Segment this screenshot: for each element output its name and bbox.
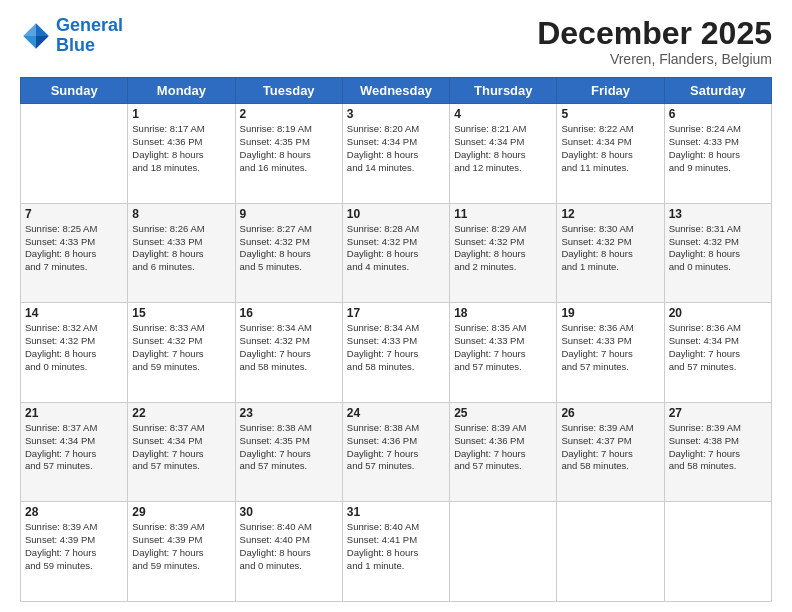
day-info: Sunrise: 8:27 AM Sunset: 4:32 PM Dayligh… bbox=[240, 223, 338, 274]
day-number: 27 bbox=[669, 406, 767, 420]
calendar-cell: 15Sunrise: 8:33 AM Sunset: 4:32 PM Dayli… bbox=[128, 303, 235, 403]
calendar-cell: 26Sunrise: 8:39 AM Sunset: 4:37 PM Dayli… bbox=[557, 402, 664, 502]
day-number: 10 bbox=[347, 207, 445, 221]
calendar-week-row: 14Sunrise: 8:32 AM Sunset: 4:32 PM Dayli… bbox=[21, 303, 772, 403]
day-info: Sunrise: 8:25 AM Sunset: 4:33 PM Dayligh… bbox=[25, 223, 123, 274]
day-number: 21 bbox=[25, 406, 123, 420]
day-info: Sunrise: 8:39 AM Sunset: 4:39 PM Dayligh… bbox=[25, 521, 123, 572]
day-info: Sunrise: 8:29 AM Sunset: 4:32 PM Dayligh… bbox=[454, 223, 552, 274]
weekday-header: Friday bbox=[557, 78, 664, 104]
day-info: Sunrise: 8:36 AM Sunset: 4:34 PM Dayligh… bbox=[669, 322, 767, 373]
day-info: Sunrise: 8:38 AM Sunset: 4:36 PM Dayligh… bbox=[347, 422, 445, 473]
day-info: Sunrise: 8:38 AM Sunset: 4:35 PM Dayligh… bbox=[240, 422, 338, 473]
day-info: Sunrise: 8:33 AM Sunset: 4:32 PM Dayligh… bbox=[132, 322, 230, 373]
day-number: 30 bbox=[240, 505, 338, 519]
calendar-week-row: 28Sunrise: 8:39 AM Sunset: 4:39 PM Dayli… bbox=[21, 502, 772, 602]
calendar-cell: 25Sunrise: 8:39 AM Sunset: 4:36 PM Dayli… bbox=[450, 402, 557, 502]
day-number: 15 bbox=[132, 306, 230, 320]
day-number: 13 bbox=[669, 207, 767, 221]
day-number: 14 bbox=[25, 306, 123, 320]
calendar-cell bbox=[450, 502, 557, 602]
calendar-cell: 6Sunrise: 8:24 AM Sunset: 4:33 PM Daylig… bbox=[664, 104, 771, 204]
calendar-cell: 23Sunrise: 8:38 AM Sunset: 4:35 PM Dayli… bbox=[235, 402, 342, 502]
day-info: Sunrise: 8:40 AM Sunset: 4:41 PM Dayligh… bbox=[347, 521, 445, 572]
day-info: Sunrise: 8:20 AM Sunset: 4:34 PM Dayligh… bbox=[347, 123, 445, 174]
calendar-cell: 1Sunrise: 8:17 AM Sunset: 4:36 PM Daylig… bbox=[128, 104, 235, 204]
day-info: Sunrise: 8:36 AM Sunset: 4:33 PM Dayligh… bbox=[561, 322, 659, 373]
calendar-header-row: SundayMondayTuesdayWednesdayThursdayFrid… bbox=[21, 78, 772, 104]
calendar-week-row: 7Sunrise: 8:25 AM Sunset: 4:33 PM Daylig… bbox=[21, 203, 772, 303]
day-info: Sunrise: 8:37 AM Sunset: 4:34 PM Dayligh… bbox=[132, 422, 230, 473]
day-number: 19 bbox=[561, 306, 659, 320]
weekday-header: Saturday bbox=[664, 78, 771, 104]
day-info: Sunrise: 8:37 AM Sunset: 4:34 PM Dayligh… bbox=[25, 422, 123, 473]
logo-icon bbox=[20, 20, 52, 52]
day-info: Sunrise: 8:24 AM Sunset: 4:33 PM Dayligh… bbox=[669, 123, 767, 174]
day-number: 28 bbox=[25, 505, 123, 519]
logo: General Blue bbox=[20, 16, 123, 56]
day-number: 16 bbox=[240, 306, 338, 320]
day-number: 20 bbox=[669, 306, 767, 320]
weekday-header: Tuesday bbox=[235, 78, 342, 104]
calendar-cell: 8Sunrise: 8:26 AM Sunset: 4:33 PM Daylig… bbox=[128, 203, 235, 303]
day-info: Sunrise: 8:39 AM Sunset: 4:39 PM Dayligh… bbox=[132, 521, 230, 572]
day-info: Sunrise: 8:34 AM Sunset: 4:32 PM Dayligh… bbox=[240, 322, 338, 373]
header: General Blue December 2025 Vreren, Fland… bbox=[20, 16, 772, 67]
calendar-cell: 19Sunrise: 8:36 AM Sunset: 4:33 PM Dayli… bbox=[557, 303, 664, 403]
day-info: Sunrise: 8:19 AM Sunset: 4:35 PM Dayligh… bbox=[240, 123, 338, 174]
svg-marker-2 bbox=[23, 36, 36, 49]
day-info: Sunrise: 8:30 AM Sunset: 4:32 PM Dayligh… bbox=[561, 223, 659, 274]
location: Vreren, Flanders, Belgium bbox=[537, 51, 772, 67]
calendar-table: SundayMondayTuesdayWednesdayThursdayFrid… bbox=[20, 77, 772, 602]
weekday-header: Thursday bbox=[450, 78, 557, 104]
svg-marker-1 bbox=[23, 23, 36, 36]
day-info: Sunrise: 8:39 AM Sunset: 4:37 PM Dayligh… bbox=[561, 422, 659, 473]
calendar-cell: 10Sunrise: 8:28 AM Sunset: 4:32 PM Dayli… bbox=[342, 203, 449, 303]
calendar-cell: 12Sunrise: 8:30 AM Sunset: 4:32 PM Dayli… bbox=[557, 203, 664, 303]
day-number: 5 bbox=[561, 107, 659, 121]
calendar-cell: 11Sunrise: 8:29 AM Sunset: 4:32 PM Dayli… bbox=[450, 203, 557, 303]
calendar-cell: 24Sunrise: 8:38 AM Sunset: 4:36 PM Dayli… bbox=[342, 402, 449, 502]
calendar-cell: 27Sunrise: 8:39 AM Sunset: 4:38 PM Dayli… bbox=[664, 402, 771, 502]
calendar-cell: 9Sunrise: 8:27 AM Sunset: 4:32 PM Daylig… bbox=[235, 203, 342, 303]
calendar-cell: 14Sunrise: 8:32 AM Sunset: 4:32 PM Dayli… bbox=[21, 303, 128, 403]
calendar-cell: 20Sunrise: 8:36 AM Sunset: 4:34 PM Dayli… bbox=[664, 303, 771, 403]
calendar-cell bbox=[664, 502, 771, 602]
calendar-cell: 5Sunrise: 8:22 AM Sunset: 4:34 PM Daylig… bbox=[557, 104, 664, 204]
day-number: 2 bbox=[240, 107, 338, 121]
day-info: Sunrise: 8:31 AM Sunset: 4:32 PM Dayligh… bbox=[669, 223, 767, 274]
day-number: 24 bbox=[347, 406, 445, 420]
calendar-cell: 17Sunrise: 8:34 AM Sunset: 4:33 PM Dayli… bbox=[342, 303, 449, 403]
day-number: 8 bbox=[132, 207, 230, 221]
logo-general: General bbox=[56, 15, 123, 35]
day-number: 11 bbox=[454, 207, 552, 221]
logo-blue: Blue bbox=[56, 35, 95, 55]
day-info: Sunrise: 8:35 AM Sunset: 4:33 PM Dayligh… bbox=[454, 322, 552, 373]
day-number: 29 bbox=[132, 505, 230, 519]
calendar-cell: 4Sunrise: 8:21 AM Sunset: 4:34 PM Daylig… bbox=[450, 104, 557, 204]
calendar-cell bbox=[21, 104, 128, 204]
day-info: Sunrise: 8:34 AM Sunset: 4:33 PM Dayligh… bbox=[347, 322, 445, 373]
day-number: 6 bbox=[669, 107, 767, 121]
calendar-cell: 18Sunrise: 8:35 AM Sunset: 4:33 PM Dayli… bbox=[450, 303, 557, 403]
calendar-week-row: 21Sunrise: 8:37 AM Sunset: 4:34 PM Dayli… bbox=[21, 402, 772, 502]
day-number: 31 bbox=[347, 505, 445, 519]
calendar-cell: 2Sunrise: 8:19 AM Sunset: 4:35 PM Daylig… bbox=[235, 104, 342, 204]
calendar-cell: 22Sunrise: 8:37 AM Sunset: 4:34 PM Dayli… bbox=[128, 402, 235, 502]
day-number: 26 bbox=[561, 406, 659, 420]
day-number: 9 bbox=[240, 207, 338, 221]
calendar-cell: 7Sunrise: 8:25 AM Sunset: 4:33 PM Daylig… bbox=[21, 203, 128, 303]
day-info: Sunrise: 8:39 AM Sunset: 4:38 PM Dayligh… bbox=[669, 422, 767, 473]
calendar-cell: 28Sunrise: 8:39 AM Sunset: 4:39 PM Dayli… bbox=[21, 502, 128, 602]
day-number: 3 bbox=[347, 107, 445, 121]
logo-text: General Blue bbox=[56, 16, 123, 56]
day-number: 17 bbox=[347, 306, 445, 320]
day-info: Sunrise: 8:21 AM Sunset: 4:34 PM Dayligh… bbox=[454, 123, 552, 174]
day-number: 7 bbox=[25, 207, 123, 221]
calendar-cell: 29Sunrise: 8:39 AM Sunset: 4:39 PM Dayli… bbox=[128, 502, 235, 602]
calendar-week-row: 1Sunrise: 8:17 AM Sunset: 4:36 PM Daylig… bbox=[21, 104, 772, 204]
day-info: Sunrise: 8:32 AM Sunset: 4:32 PM Dayligh… bbox=[25, 322, 123, 373]
calendar-cell: 21Sunrise: 8:37 AM Sunset: 4:34 PM Dayli… bbox=[21, 402, 128, 502]
day-info: Sunrise: 8:22 AM Sunset: 4:34 PM Dayligh… bbox=[561, 123, 659, 174]
weekday-header: Sunday bbox=[21, 78, 128, 104]
